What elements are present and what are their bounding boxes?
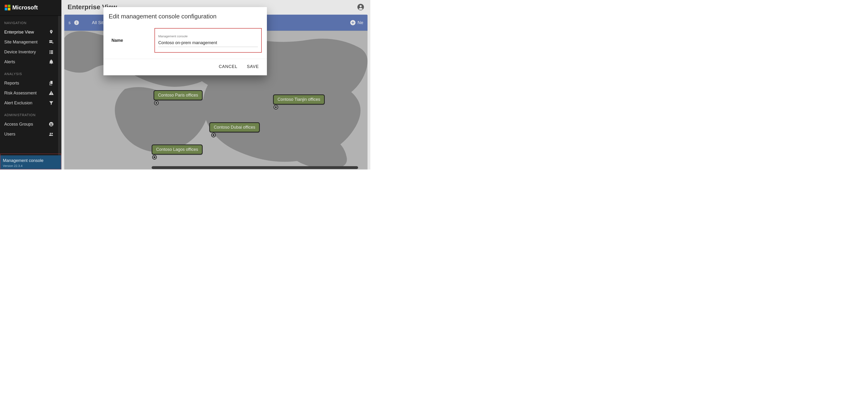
dialog-title: Edit management console configuration <box>103 7 267 21</box>
sidebar-item-alert-exclusion[interactable]: Alert Exclusion <box>0 98 58 108</box>
warning-icon <box>49 91 54 96</box>
sidebar-item-label: Access Groups <box>4 122 33 127</box>
save-button[interactable]: SAVE <box>247 64 259 69</box>
sidebar-footer-version: Version 22.3.4 <box>3 164 59 168</box>
sidebar-item-site-management[interactable]: Site Management <box>0 37 58 47</box>
sidebar-item-label: Reports <box>4 81 19 86</box>
sidebar-item-label: Device Inventory <box>4 49 36 55</box>
dialog-field-label: Name <box>112 38 149 43</box>
sidebar-footer-title: Management console <box>3 158 59 163</box>
sidebar-section-administration: ADMINISTRATION <box>0 108 58 119</box>
dialog-field-highlight: Management console <box>154 28 262 53</box>
svg-point-4 <box>52 133 53 134</box>
list-icon <box>49 49 54 55</box>
sidebar-item-label: Risk Assessment <box>4 91 37 96</box>
sidebar-scrollbar-thumb[interactable] <box>59 17 61 150</box>
people-icon <box>49 131 54 137</box>
sidebar-item-access-groups[interactable]: Access Groups <box>0 119 58 129</box>
sidebar-footer-management-console[interactable]: Management console Version 22.3.4 <box>0 155 61 169</box>
cancel-button[interactable]: CANCEL <box>219 64 237 69</box>
documents-icon <box>49 80 54 86</box>
sidebar-section-navigation: NAVIGATION <box>0 16 58 27</box>
bell-icon <box>49 59 54 64</box>
sidebar-item-label: Users <box>4 132 16 137</box>
management-console-name-input[interactable] <box>158 39 258 47</box>
sidebar-item-label: Alert Exclusion <box>4 101 32 105</box>
sidebar-item-label: Alerts <box>4 60 15 64</box>
sidebar-section-analysis: ANALYSIS <box>0 67 58 78</box>
server-gear-icon <box>49 39 54 45</box>
sidebar-item-alerts[interactable]: Alerts <box>0 57 58 67</box>
group-circle-icon <box>49 122 54 127</box>
sidebar-item-label: Enterprise View <box>4 30 34 35</box>
brand-name: Microsoft <box>12 4 38 11</box>
svg-point-3 <box>50 133 51 134</box>
filter-icon <box>49 100 54 105</box>
sidebar-item-risk-assessment[interactable]: Risk Assessment <box>0 88 58 98</box>
sidebar-item-device-inventory[interactable]: Device Inventory <box>0 47 58 57</box>
dialog-float-label: Management console <box>158 34 258 38</box>
svg-point-2 <box>52 123 53 124</box>
sidebar-item-reports[interactable]: Reports <box>0 78 58 88</box>
microsoft-logo-icon <box>5 5 10 10</box>
map-pin-icon <box>49 30 54 35</box>
svg-point-0 <box>49 122 53 126</box>
sidebar: Microsoft NAVIGATION Enterprise View Sit… <box>0 0 61 169</box>
edit-console-dialog: Edit management console configuration Na… <box>103 7 267 75</box>
sidebar-item-users[interactable]: Users <box>0 129 58 139</box>
sidebar-item-label: Site Management <box>4 40 37 45</box>
brand: Microsoft <box>0 0 61 15</box>
svg-point-1 <box>50 123 51 124</box>
sidebar-item-enterprise-view[interactable]: Enterprise View <box>0 27 58 37</box>
sidebar-scroll: NAVIGATION Enterprise View Site Manageme… <box>0 15 61 169</box>
